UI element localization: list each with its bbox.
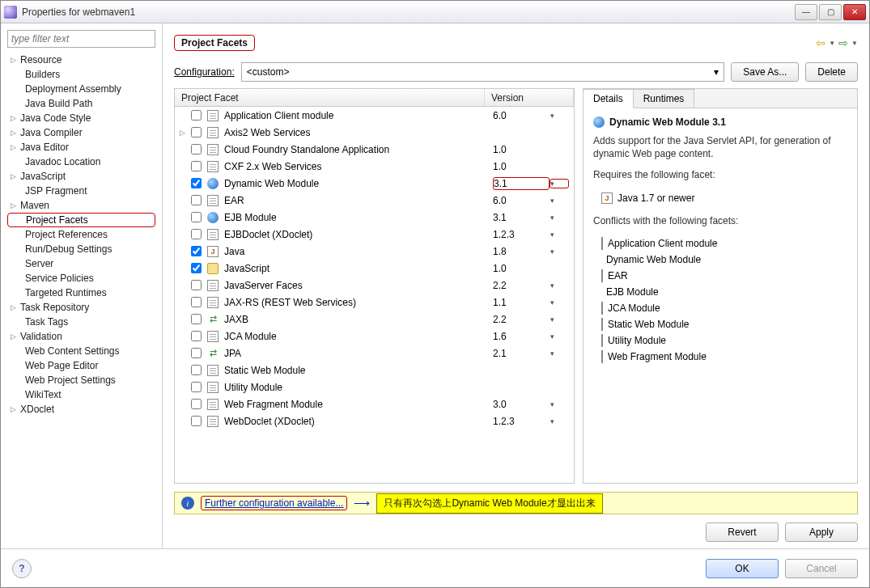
- ok-button[interactable]: OK: [706, 559, 779, 578]
- tree-item[interactable]: Web Page Editor: [7, 358, 155, 373]
- expand-caret-icon[interactable]: ▷: [11, 405, 20, 413]
- page-icon: [601, 270, 603, 281]
- close-button[interactable]: ✕: [843, 4, 866, 20]
- tree-item[interactable]: ▷Java Compiler: [7, 125, 155, 140]
- revert-button[interactable]: Revert: [706, 522, 779, 542]
- back-button[interactable]: ⇦: [816, 36, 825, 49]
- facet-name: JCA Module: [224, 331, 493, 342]
- version-dropdown[interactable]: ▾: [550, 230, 569, 239]
- tree-item[interactable]: Server: [7, 256, 155, 271]
- forward-menu-caret[interactable]: ▼: [851, 40, 858, 47]
- conflicts-heading: Conflicts with the following facets:: [593, 214, 847, 227]
- further-config-link[interactable]: Further configuration available...: [201, 496, 347, 510]
- facet-name: Java: [224, 246, 493, 257]
- expand-caret-icon[interactable]: ▷: [11, 56, 20, 64]
- category-tree[interactable]: ▷ResourceBuildersDeployment AssemblyJava…: [7, 53, 155, 542]
- tab-details[interactable]: Details: [584, 89, 634, 108]
- col-version[interactable]: Version: [485, 89, 574, 106]
- help-button[interactable]: ?: [12, 559, 32, 578]
- col-facet[interactable]: Project Facet: [175, 89, 485, 106]
- facet-checkbox[interactable]: [191, 297, 202, 307]
- tree-item[interactable]: Deployment Assembly: [7, 82, 155, 96]
- facet-checkbox[interactable]: [191, 161, 202, 171]
- facet-checkbox[interactable]: [191, 110, 202, 121]
- apply-button[interactable]: Apply: [785, 522, 858, 542]
- tree-item[interactable]: Builders: [7, 67, 155, 82]
- facet-checkbox[interactable]: [191, 314, 202, 324]
- tree-item[interactable]: ▷Java Code Style: [7, 111, 155, 125]
- info-icon: i: [181, 497, 194, 510]
- tab-runtimes[interactable]: Runtimes: [634, 89, 695, 108]
- facet-checkbox[interactable]: [191, 212, 202, 222]
- version-dropdown[interactable]: ▾: [550, 417, 569, 426]
- facet-checkbox[interactable]: [191, 416, 202, 426]
- expand-caret-icon[interactable]: ▷: [11, 129, 20, 137]
- tree-item[interactable]: Project Facets: [7, 213, 155, 227]
- version-dropdown[interactable]: ▾: [550, 298, 569, 307]
- expand-caret-icon[interactable]: ▷: [11, 172, 20, 180]
- tree-item[interactable]: WikiText: [7, 387, 155, 402]
- facet-checkbox[interactable]: [191, 144, 202, 154]
- expand-caret-icon[interactable]: ▷: [11, 201, 20, 209]
- facet-checkbox[interactable]: [191, 195, 202, 205]
- version-dropdown[interactable]: ▾: [550, 213, 569, 222]
- version-dropdown[interactable]: ▾: [550, 179, 569, 188]
- action-buttons: Revert Apply: [174, 514, 858, 542]
- expand-caret-icon[interactable]: ▷: [11, 143, 20, 151]
- cancel-button[interactable]: Cancel: [785, 559, 858, 578]
- version-dropdown[interactable]: ▾: [550, 349, 569, 358]
- version-dropdown[interactable]: ▾: [550, 315, 569, 324]
- facet-checkbox[interactable]: [191, 263, 202, 273]
- tree-item-label: Java Build Path: [25, 98, 92, 109]
- facet-checkbox[interactable]: [191, 365, 202, 375]
- facet-checkbox[interactable]: [191, 127, 202, 137]
- expand-caret-icon[interactable]: ▷: [11, 332, 20, 341]
- tree-item[interactable]: ▷Java Editor: [7, 140, 155, 154]
- version-dropdown[interactable]: ▾: [550, 281, 569, 290]
- tree-item[interactable]: JSP Fragment: [7, 184, 155, 198]
- tree-item[interactable]: Service Policies: [7, 271, 155, 286]
- tree-item[interactable]: ▷XDoclet: [7, 402, 155, 417]
- tree-item[interactable]: Java Build Path: [7, 96, 155, 111]
- configuration-select[interactable]: <custom> ▾: [241, 62, 725, 82]
- tree-item[interactable]: Javadoc Location: [7, 154, 155, 169]
- facet-checkbox[interactable]: [191, 178, 202, 188]
- table-header: Project Facet Version: [175, 89, 574, 107]
- facet-version: 1.8: [493, 246, 550, 257]
- tree-item[interactable]: ▷Maven: [7, 198, 155, 213]
- version-dropdown[interactable]: ▾: [550, 247, 569, 256]
- save-as-button[interactable]: Save As...: [731, 62, 799, 82]
- tree-item[interactable]: Web Content Settings: [7, 344, 155, 358]
- back-menu-caret[interactable]: ▼: [829, 40, 835, 47]
- tree-item[interactable]: ▷Task Repository: [7, 300, 155, 315]
- version-dropdown[interactable]: ▾: [550, 196, 569, 205]
- expand-caret-icon[interactable]: ▷: [11, 114, 20, 122]
- facet-checkbox[interactable]: [191, 331, 202, 341]
- table-row: Static Web Module: [175, 362, 574, 379]
- facet-checkbox[interactable]: [191, 382, 202, 392]
- minimize-button[interactable]: —: [795, 4, 817, 20]
- expand-caret-icon[interactable]: ▷: [11, 303, 20, 311]
- row-expand-icon[interactable]: ▷: [180, 129, 191, 137]
- page-icon: [206, 109, 219, 122]
- maximize-button[interactable]: ▢: [819, 4, 842, 20]
- facet-checkbox[interactable]: [191, 229, 202, 239]
- facet-checkbox[interactable]: [191, 280, 202, 290]
- version-dropdown[interactable]: ▾: [550, 400, 569, 409]
- version-dropdown[interactable]: ▾: [550, 111, 569, 121]
- tree-item[interactable]: ▷Validation: [7, 329, 155, 344]
- tree-item[interactable]: Web Project Settings: [7, 373, 155, 387]
- facet-checkbox[interactable]: [191, 399, 202, 409]
- tree-item[interactable]: Targeted Runtimes: [7, 286, 155, 300]
- tree-item[interactable]: Run/Debug Settings: [7, 242, 155, 256]
- delete-button[interactable]: Delete: [805, 62, 858, 82]
- version-dropdown[interactable]: ▾: [550, 332, 569, 341]
- tree-item[interactable]: Project References: [7, 227, 155, 242]
- filter-input[interactable]: [7, 30, 155, 48]
- facet-checkbox[interactable]: [191, 348, 202, 358]
- tree-item[interactable]: ▷JavaScript: [7, 169, 155, 184]
- tree-item[interactable]: Task Tags: [7, 315, 155, 329]
- forward-button[interactable]: ⇨: [838, 36, 848, 49]
- tree-item[interactable]: ▷Resource: [7, 53, 155, 67]
- facet-checkbox[interactable]: [191, 246, 202, 256]
